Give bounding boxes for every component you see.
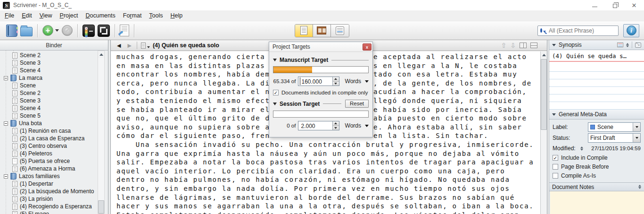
previous-document-icon[interactable]: ⇧ <box>501 42 507 49</box>
menu-view[interactable]: View <box>36 11 56 20</box>
session-target-field[interactable]: 2.000 <box>298 121 339 130</box>
binder-item[interactable]: (3) La prisión <box>0 195 108 203</box>
collapse-toggle-icon[interactable] <box>4 76 8 80</box>
binder-toggle-button[interactable] <box>6 25 17 37</box>
spinner-buttons[interactable] <box>332 121 339 130</box>
view-mode-document[interactable] <box>295 25 313 37</box>
synopsis-card-title[interactable]: (4) Quién se queda s… <box>549 50 644 62</box>
reset-button[interactable]: Reset <box>345 100 369 108</box>
document-notes-area[interactable] <box>549 191 644 214</box>
binder-item[interactable]: Scene 2 <box>0 51 108 59</box>
toggle-synopsis-image-icon[interactable] <box>635 43 641 48</box>
synopsis-header[interactable]: Synopsis <box>549 40 644 50</box>
meta-checkbox-row[interactable]: Page Break Before <box>553 163 641 170</box>
menu-edit[interactable]: Edit <box>18 11 36 20</box>
menu-documents[interactable]: Documents <box>82 11 119 20</box>
project-search-box[interactable] <box>537 26 619 36</box>
menu-help[interactable]: Help <box>167 11 187 20</box>
synopsis-card-icon[interactable] <box>617 43 623 47</box>
collapse-icon[interactable] <box>273 103 277 105</box>
meta-checkbox-row[interactable]: ✓Include in Compile <box>553 154 641 161</box>
binder-item[interactable]: Scene <box>0 82 108 89</box>
binder-item[interactable]: (4) Peleteros <box>0 150 108 157</box>
binder-item[interactable]: Scene 4 <box>0 67 108 74</box>
view-mode-corkboard[interactable] <box>313 25 331 37</box>
menu-tools[interactable]: Tools <box>145 11 166 20</box>
spinner-buttons[interactable] <box>332 77 339 86</box>
search-input[interactable] <box>546 27 622 34</box>
menu-project[interactable]: Project <box>56 11 82 20</box>
binder-item[interactable]: (2) La casa de Esperanza <box>0 135 108 142</box>
collapse-icon[interactable] <box>552 113 556 116</box>
unit-dropdown-icon[interactable] <box>365 125 369 127</box>
manuscript-target-field[interactable]: 160.000 <box>298 77 339 86</box>
synopsis-index-card[interactable]: (4) Quién se queda s… <box>549 50 644 110</box>
add-dropdown-icon[interactable] <box>55 29 59 32</box>
binder-item[interactable]: (5) El mago <box>0 210 108 214</box>
scrollbar-thumb[interactable] <box>541 59 547 130</box>
spin-down-icon[interactable] <box>333 126 339 130</box>
binder-item[interactable]: (1) Despertar <box>0 180 108 188</box>
binder-item[interactable]: (5) Puerta se ofrece <box>0 157 108 165</box>
keywords-button[interactable] <box>83 25 95 37</box>
document-menu-dropdown-icon[interactable] <box>147 46 150 48</box>
dialog-close-button[interactable]: x <box>363 43 372 51</box>
compile-only-checkbox-row[interactable]: ✓ Documents included in compile only <box>273 90 369 95</box>
menu-format[interactable]: Format <box>119 11 146 20</box>
menu-file[interactable]: File <box>1 11 18 20</box>
scroll-up-arrow[interactable] <box>98 51 104 58</box>
binder-item[interactable]: Scene 4 <box>0 104 108 112</box>
synopsis-ruled-lines[interactable] <box>549 64 644 111</box>
dialog-title-bar[interactable]: Project Targets x <box>269 42 372 52</box>
document-notes-header[interactable]: Document Notes <box>549 182 644 191</box>
checkbox[interactable] <box>553 173 558 179</box>
binder-item[interactable]: (3) Centro observa <box>0 142 108 150</box>
history-back-button[interactable]: ◀ <box>114 43 124 49</box>
history-forward-button[interactable]: ▶ <box>124 43 134 49</box>
collapse-icon[interactable] <box>552 44 556 46</box>
dropdown-arrow-icon[interactable] <box>633 134 640 142</box>
view-mode-outliner[interactable] <box>331 25 349 37</box>
binder-item[interactable]: Lazos familiares <box>0 172 108 180</box>
meta-data-header[interactable]: General Meta-Data <box>549 110 644 120</box>
move-to-trash-button[interactable] <box>62 25 73 36</box>
session-target-value[interactable]: 2.000 <box>300 122 332 129</box>
binder-item[interactable]: Scene 3 <box>0 97 108 104</box>
spin-up-icon[interactable] <box>333 77 339 82</box>
binder-item[interactable]: (4) Recogiendo a Esperanza <box>0 203 108 210</box>
meta-checkbox-row[interactable]: Compile As-Is <box>553 172 641 179</box>
status-dropdown[interactable]: First Draft <box>588 133 641 143</box>
restore-button[interactable] <box>604 0 624 10</box>
binder-item[interactable]: Scene 2 <box>0 89 108 97</box>
manuscript-target-value[interactable]: 160.000 <box>300 77 332 85</box>
collapse-toggle-icon[interactable] <box>4 174 8 179</box>
date-toggle-icon[interactable] <box>580 146 583 151</box>
inspector-toggle-button[interactable]: i <box>623 24 639 37</box>
next-document-icon[interactable]: ⇩ <box>510 42 516 49</box>
horizontal-split-icon[interactable] <box>530 43 537 48</box>
binder-item[interactable]: (1) Reunión en casa <box>0 127 108 135</box>
notes-selector-icon[interactable] <box>638 185 641 189</box>
binder-scrollbar[interactable] <box>98 51 105 214</box>
label-dropdown[interactable]: Scene <box>588 122 641 132</box>
scrollbar-thumb[interactable] <box>98 200 104 214</box>
compose-mode-button[interactable] <box>98 25 110 37</box>
search-icon[interactable] <box>540 28 542 33</box>
binder-item[interactable]: Scene 3 <box>0 59 108 67</box>
binder-item[interactable]: (2) La búsqueda de Momento <box>0 188 108 195</box>
document-icon[interactable] <box>141 43 146 49</box>
checkbox[interactable]: ✓ <box>273 90 279 95</box>
checkbox[interactable] <box>553 164 558 170</box>
collapse-toggle-icon[interactable] <box>4 121 8 126</box>
checkbox[interactable]: ✓ <box>553 155 558 161</box>
unit-dropdown-icon[interactable] <box>365 80 369 83</box>
binder-item[interactable]: Scene 5 <box>0 112 108 120</box>
vertical-split-icon[interactable] <box>520 43 527 48</box>
collections-button[interactable] <box>20 25 33 36</box>
scroll-up-arrow[interactable] <box>541 51 547 59</box>
collapse-icon[interactable] <box>273 59 277 61</box>
binder-item[interactable]: Una bota <box>0 120 108 127</box>
binder-item[interactable]: La marca <box>0 74 108 82</box>
compile-button[interactable] <box>120 25 129 36</box>
minimize-button[interactable] <box>585 0 604 10</box>
